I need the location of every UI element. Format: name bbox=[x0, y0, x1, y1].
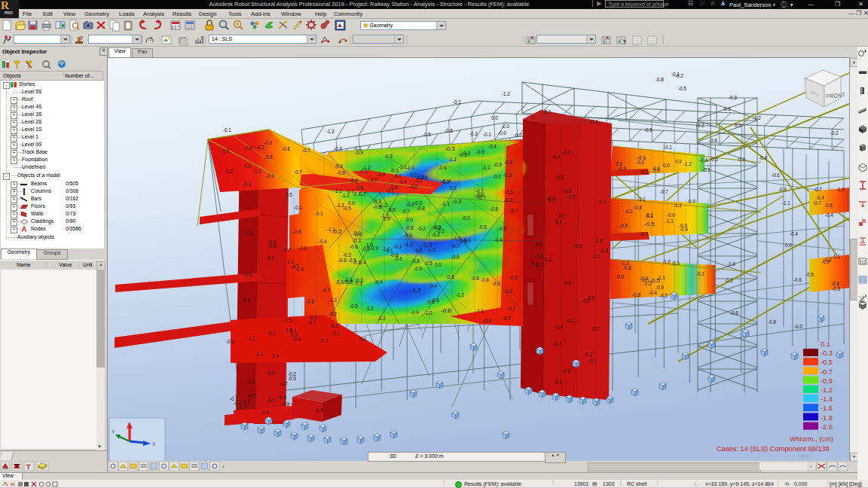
svg-text:-0.3: -0.3 bbox=[462, 151, 470, 156]
svg-text:-0.8: -0.8 bbox=[459, 239, 467, 244]
svg-text:0.0: 0.0 bbox=[244, 163, 251, 169]
svg-text:-1.2: -1.2 bbox=[405, 242, 413, 247]
svg-text:-0.4: -0.4 bbox=[553, 341, 561, 346]
svg-text:-0.9: -0.9 bbox=[494, 162, 502, 167]
svg-text:-0.3: -0.3 bbox=[343, 252, 351, 258]
svg-text:-1.3: -1.3 bbox=[422, 242, 432, 249]
svg-text:-0.5: -0.5 bbox=[414, 248, 423, 253]
svg-text:-0.6: -0.6 bbox=[439, 165, 447, 170]
svg-text:FRONT: FRONT bbox=[826, 92, 846, 100]
svg-text:-0.1: -0.1 bbox=[483, 132, 491, 137]
svg-text:-0.4: -0.4 bbox=[358, 337, 366, 342]
svg-text:-0.5: -0.5 bbox=[362, 246, 370, 252]
svg-text:-0.0: -0.0 bbox=[266, 173, 274, 178]
svg-text:-0.2: -0.2 bbox=[417, 226, 426, 231]
svg-text:-0.1: -0.1 bbox=[696, 271, 704, 276]
svg-text:Cases: 14 (SLS) Component 69/1: Cases: 14 (SLS) Component 69/139 bbox=[717, 445, 830, 453]
svg-text:-0.6: -0.6 bbox=[441, 307, 451, 314]
svg-text:-0.3: -0.3 bbox=[414, 200, 422, 206]
svg-text:-0.4: -0.4 bbox=[270, 353, 279, 358]
svg-text:-0.3: -0.3 bbox=[636, 160, 644, 165]
svg-text:-1.2: -1.2 bbox=[336, 203, 344, 208]
svg-text:-1.2: -1.2 bbox=[341, 193, 350, 198]
svg-text:-0.2: -0.2 bbox=[409, 172, 417, 178]
svg-text:-0.5: -0.5 bbox=[284, 192, 292, 197]
svg-text:-0.9: -0.9 bbox=[504, 160, 512, 165]
svg-text:-1.2: -1.2 bbox=[753, 115, 761, 120]
svg-text:-0.8: -0.8 bbox=[445, 128, 453, 133]
svg-text:-0.8: -0.8 bbox=[337, 170, 345, 175]
svg-text:-0.7: -0.7 bbox=[813, 200, 821, 206]
svg-text:-1.4: -1.4 bbox=[821, 395, 833, 403]
svg-text:-0.6: -0.6 bbox=[637, 155, 646, 160]
svg-text:-0.7: -0.7 bbox=[319, 338, 328, 343]
svg-text:-0.7: -0.7 bbox=[514, 133, 522, 138]
svg-text:-0.4: -0.4 bbox=[488, 144, 497, 149]
svg-text:0.0: 0.0 bbox=[435, 262, 442, 267]
svg-text:-0.9: -0.9 bbox=[377, 172, 385, 177]
svg-text:-0.0: -0.0 bbox=[476, 149, 484, 154]
svg-text:-0.5: -0.5 bbox=[350, 303, 358, 309]
svg-text:0.0: 0.0 bbox=[735, 123, 741, 128]
svg-text:-0.6: -0.6 bbox=[772, 172, 780, 178]
svg-text:-0.3: -0.3 bbox=[671, 261, 680, 266]
svg-text:-0.1: -0.1 bbox=[223, 127, 231, 133]
svg-text:-0.4: -0.4 bbox=[816, 195, 824, 200]
svg-text:-0.7: -0.7 bbox=[475, 194, 483, 199]
svg-text:-0.0: -0.0 bbox=[562, 150, 570, 155]
svg-text:-0.6: -0.6 bbox=[730, 310, 738, 316]
svg-text:-1.1: -1.1 bbox=[353, 145, 362, 151]
svg-text:-0.6: -0.6 bbox=[293, 229, 301, 234]
svg-text:0.0: 0.0 bbox=[653, 166, 660, 171]
svg-text:-0.1: -0.1 bbox=[554, 219, 562, 224]
svg-text:-1.1: -1.1 bbox=[637, 197, 646, 202]
svg-text:-0.9: -0.9 bbox=[821, 377, 833, 385]
svg-text:-1.1: -1.1 bbox=[782, 200, 790, 206]
svg-text:-0.5: -0.5 bbox=[659, 293, 668, 298]
svg-text:-0.9: -0.9 bbox=[404, 233, 412, 238]
svg-text:-0.2: -0.2 bbox=[504, 197, 512, 203]
svg-text:-0.7: -0.7 bbox=[353, 191, 361, 197]
svg-text:-1.1: -1.1 bbox=[255, 351, 263, 356]
svg-text:-1.1: -1.1 bbox=[535, 262, 543, 267]
svg-text:-1.0: -1.0 bbox=[406, 165, 414, 170]
svg-text:-0.9: -0.9 bbox=[414, 266, 422, 271]
svg-text:-2.0: -2.0 bbox=[821, 423, 833, 431]
svg-text:-0.4: -0.4 bbox=[649, 290, 657, 295]
svg-text:-0.1: -0.1 bbox=[567, 318, 575, 323]
svg-text:-0.6: -0.6 bbox=[824, 203, 833, 208]
svg-text:-1.0: -1.0 bbox=[329, 297, 337, 303]
svg-text:-0.0: -0.0 bbox=[616, 274, 624, 279]
svg-text:-0.8: -0.8 bbox=[471, 276, 479, 281]
svg-text:-0.6: -0.6 bbox=[267, 239, 276, 245]
svg-text:-1.1: -1.1 bbox=[247, 336, 255, 341]
svg-text:-0.3: -0.3 bbox=[243, 181, 251, 187]
svg-text:-0.5: -0.5 bbox=[573, 243, 582, 249]
svg-text:?: ? bbox=[149, 36, 152, 41]
svg-text:-0.3: -0.3 bbox=[445, 145, 455, 152]
svg-text:-1.1: -1.1 bbox=[665, 218, 674, 224]
svg-text:-0.1: -0.1 bbox=[588, 358, 597, 363]
svg-text:-0.3: -0.3 bbox=[335, 163, 343, 169]
svg-text:-0.6: -0.6 bbox=[350, 244, 358, 249]
svg-text:-0.0: -0.0 bbox=[267, 331, 276, 336]
svg-text:-0.2: -0.2 bbox=[830, 130, 839, 136]
svg-text:-0.8: -0.8 bbox=[264, 154, 273, 160]
svg-text:-1.8: -1.8 bbox=[821, 414, 833, 422]
svg-text:-0.1: -0.1 bbox=[332, 331, 340, 336]
svg-text:-0.5: -0.5 bbox=[283, 318, 292, 323]
svg-text:0.0: 0.0 bbox=[491, 115, 498, 120]
svg-text:-0.1: -0.1 bbox=[725, 278, 733, 283]
svg-text:-0.4: -0.4 bbox=[680, 227, 688, 232]
svg-text:-0.5: -0.5 bbox=[582, 298, 590, 303]
svg-text:-0.5: -0.5 bbox=[644, 221, 655, 227]
svg-text:-0.9: -0.9 bbox=[315, 407, 323, 413]
svg-text:-0.1: -0.1 bbox=[554, 380, 562, 385]
svg-text:-0.3: -0.3 bbox=[355, 278, 363, 283]
svg-text:-0.0: -0.0 bbox=[390, 168, 399, 173]
svg-text:-0.9: -0.9 bbox=[382, 216, 390, 221]
svg-text:-0.6: -0.6 bbox=[640, 231, 648, 236]
svg-text:0.0: 0.0 bbox=[348, 200, 355, 206]
svg-text:-0.9: -0.9 bbox=[503, 316, 511, 321]
svg-text:-0.2: -0.2 bbox=[332, 228, 342, 235]
